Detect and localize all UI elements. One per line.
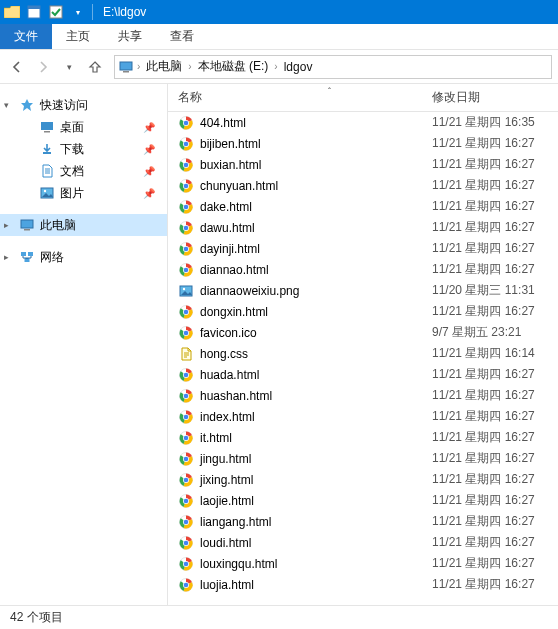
file-date: 11/21 星期四 16:27 xyxy=(428,450,558,467)
nav-recent-dropdown[interactable]: ▾ xyxy=(58,56,80,78)
chevron-right-icon[interactable]: › xyxy=(135,61,142,72)
qat-properties-icon[interactable] xyxy=(24,2,44,22)
file-row[interactable]: laojie.html11/21 星期四 16:27 xyxy=(168,490,558,511)
tab-home[interactable]: 主页 xyxy=(52,24,104,49)
svg-rect-6 xyxy=(44,131,50,133)
svg-point-9 xyxy=(44,190,46,192)
tab-view[interactable]: 查看 xyxy=(156,24,208,49)
breadcrumb-item-folder[interactable]: ldgov xyxy=(280,60,317,74)
file-type-icon xyxy=(178,178,194,194)
file-row[interactable]: dake.html11/21 星期四 16:27 xyxy=(168,196,558,217)
file-name: chunyuan.html xyxy=(200,179,278,193)
qat-dropdown-icon[interactable]: ▾ xyxy=(68,2,88,22)
sidebar-item-label: 文档 xyxy=(60,163,84,180)
sidebar-this-pc[interactable]: ▸ 此电脑 xyxy=(0,214,167,236)
file-row[interactable]: huashan.html11/21 星期四 16:27 xyxy=(168,385,558,406)
svg-point-35 xyxy=(184,246,189,251)
pin-icon[interactable]: 📌 xyxy=(143,166,155,177)
pin-icon[interactable]: 📌 xyxy=(143,122,155,133)
file-row[interactable]: favicon.ico9/7 星期五 23:21 xyxy=(168,322,558,343)
file-date: 11/21 星期四 16:27 xyxy=(428,576,558,593)
file-type-icon xyxy=(178,115,194,131)
file-date: 11/21 星期四 16:27 xyxy=(428,555,558,572)
file-row[interactable]: louxingqu.html11/21 星期四 16:27 xyxy=(168,553,558,574)
file-row[interactable]: bijiben.html11/21 星期四 16:27 xyxy=(168,133,558,154)
chevron-right-icon[interactable]: ▸ xyxy=(4,220,9,230)
file-date: 11/21 星期四 16:27 xyxy=(428,177,558,194)
file-row[interactable]: huada.html11/21 星期四 16:27 xyxy=(168,364,558,385)
sidebar-network[interactable]: ▸ 网络 xyxy=(0,246,167,268)
file-name: 404.html xyxy=(200,116,246,130)
folder-app-icon xyxy=(4,4,20,20)
column-name[interactable]: 名称 xyxy=(168,89,428,106)
file-row[interactable]: 404.html11/21 星期四 16:35 xyxy=(168,112,558,133)
svg-point-67 xyxy=(184,498,189,503)
file-name: laojie.html xyxy=(200,494,254,508)
file-row[interactable]: index.html11/21 星期四 16:27 xyxy=(168,406,558,427)
file-row[interactable]: dayinji.html11/21 星期四 16:27 xyxy=(168,238,558,259)
chevron-right-icon[interactable]: › xyxy=(272,61,279,72)
file-name: huashan.html xyxy=(200,389,272,403)
file-name: diannao.html xyxy=(200,263,269,277)
file-row[interactable]: jingu.html11/21 星期四 16:27 xyxy=(168,448,558,469)
chevron-right-icon[interactable]: ▸ xyxy=(4,252,9,262)
file-row[interactable]: diannaoweixiu.png11/20 星期三 11:31 xyxy=(168,280,558,301)
file-name: jingu.html xyxy=(200,452,251,466)
file-list[interactable]: 404.html11/21 星期四 16:35bijiben.html11/21… xyxy=(168,112,558,605)
tab-file[interactable]: 文件 xyxy=(0,24,52,49)
file-type-icon xyxy=(178,346,194,362)
svg-point-43 xyxy=(184,309,189,314)
sidebar-item-document[interactable]: 文档📌 xyxy=(0,160,167,182)
breadcrumb-pc-icon xyxy=(117,61,135,73)
pin-icon[interactable]: 📌 xyxy=(143,188,155,199)
file-row[interactable]: dawu.html11/21 星期四 16:27 xyxy=(168,217,558,238)
picture-icon xyxy=(38,185,56,201)
breadcrumb-item-drive[interactable]: 本地磁盘 (E:) xyxy=(194,58,273,75)
sidebar-item-picture[interactable]: 图片📌 xyxy=(0,182,167,204)
file-type-icon xyxy=(178,472,194,488)
file-row[interactable]: loudi.html11/21 星期四 16:27 xyxy=(168,532,558,553)
file-date: 11/21 星期四 16:27 xyxy=(428,387,558,404)
svg-rect-5 xyxy=(41,122,53,130)
document-icon xyxy=(38,163,56,179)
tab-share[interactable]: 共享 xyxy=(104,24,156,49)
file-row[interactable]: hong.css11/21 星期四 16:14 xyxy=(168,343,558,364)
file-name: loudi.html xyxy=(200,536,251,550)
svg-rect-2 xyxy=(50,6,62,18)
svg-point-23 xyxy=(184,162,189,167)
file-row[interactable]: buxian.html11/21 星期四 16:27 xyxy=(168,154,558,175)
file-row[interactable]: it.html11/21 星期四 16:27 xyxy=(168,427,558,448)
qat-checkbox-icon[interactable] xyxy=(46,2,66,22)
file-row[interactable]: dongxin.html11/21 星期四 16:27 xyxy=(168,301,558,322)
sidebar-item-download[interactable]: 下载📌 xyxy=(0,138,167,160)
file-type-icon xyxy=(178,451,194,467)
file-row[interactable]: luojia.html11/21 星期四 16:27 xyxy=(168,574,558,595)
star-icon xyxy=(18,97,36,113)
nav-up-button[interactable] xyxy=(84,56,106,78)
breadcrumb-item-thispc[interactable]: 此电脑 xyxy=(142,58,186,75)
file-date: 9/7 星期五 23:21 xyxy=(428,324,558,341)
nav-forward-button[interactable] xyxy=(32,56,54,78)
column-date[interactable]: 修改日期 xyxy=(428,89,558,106)
file-row[interactable]: chunyuan.html11/21 星期四 16:27 xyxy=(168,175,558,196)
svg-point-61 xyxy=(184,456,189,461)
file-row[interactable]: liangang.html11/21 星期四 16:27 xyxy=(168,511,558,532)
pin-icon[interactable]: 📌 xyxy=(143,144,155,155)
file-row[interactable]: diannao.html11/21 星期四 16:27 xyxy=(168,259,558,280)
svg-point-76 xyxy=(184,561,189,566)
file-type-icon xyxy=(178,493,194,509)
nav-back-button[interactable] xyxy=(6,56,28,78)
sidebar-item-desktop[interactable]: 桌面📌 xyxy=(0,116,167,138)
file-type-icon xyxy=(178,367,194,383)
file-type-icon xyxy=(178,514,194,530)
chevron-down-icon[interactable]: ▾ xyxy=(4,100,9,110)
sidebar-quick-access[interactable]: ▾ 快速访问 xyxy=(0,94,167,116)
file-type-icon xyxy=(178,556,194,572)
breadcrumb[interactable]: › 此电脑 › 本地磁盘 (E:) › ldgov xyxy=(114,55,552,79)
file-row[interactable]: jixing.html11/21 星期四 16:27 xyxy=(168,469,558,490)
svg-point-46 xyxy=(184,330,189,335)
file-date: 11/21 星期四 16:27 xyxy=(428,471,558,488)
content-area: ▾ 快速访问 桌面📌下载📌文档📌图片📌 ▸ 此电脑 ▸ xyxy=(0,84,558,605)
chevron-right-icon[interactable]: › xyxy=(186,61,193,72)
file-name: favicon.ico xyxy=(200,326,257,340)
